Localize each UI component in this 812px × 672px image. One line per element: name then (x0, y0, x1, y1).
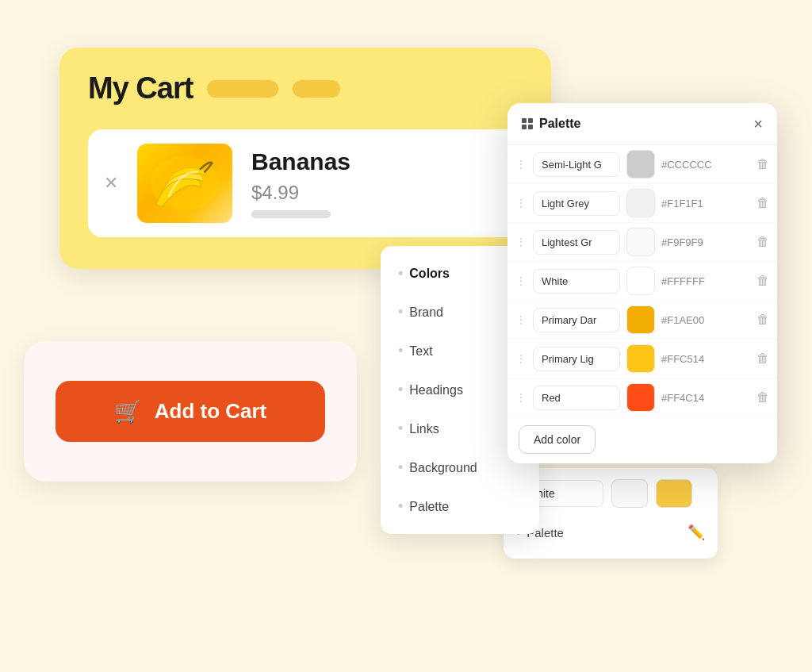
cart-item: ✕ Bananas $4.99 (88, 129, 523, 237)
drag-handle-2[interactable]: ⋮ (515, 236, 527, 248)
cart-item-info: Bananas $4.99 (251, 148, 350, 218)
delete-color-0[interactable]: 🗑 (756, 157, 769, 171)
color-hex-input-4[interactable] (661, 314, 718, 326)
drag-handle-1[interactable]: ⋮ (515, 197, 527, 209)
color-swatch-0[interactable] (626, 150, 655, 179)
cart-item-quantity-bar (251, 210, 331, 218)
color-name-input-4[interactable] (533, 308, 620, 332)
add-to-cart-label: Add to Cart (155, 399, 267, 424)
delete-color-4[interactable]: 🗑 (756, 313, 769, 327)
cart-header: My Cart (88, 71, 523, 106)
grid-icon (522, 118, 533, 129)
cart-pill-2 (293, 80, 340, 98)
color-hex-input-3[interactable] (661, 275, 718, 287)
drag-handle-4[interactable]: ⋮ (515, 313, 527, 326)
color-name-input-2[interactable] (533, 230, 620, 255)
cart-title: My Cart (88, 71, 193, 106)
banana-image (137, 144, 232, 223)
add-to-cart-panel: 🛒 Add to Cart (24, 341, 357, 482)
palette-header: Palette × (508, 103, 777, 145)
palette-row-1: ⋮ 🗑 (508, 184, 777, 223)
color-name-input-0[interactable] (533, 152, 620, 177)
color-name-input-6[interactable] (533, 386, 620, 410)
color-hex-input-6[interactable] (661, 392, 718, 404)
side-nav-brand-label: Brand (409, 305, 443, 320)
side-nav-headings-label: Headings (409, 383, 463, 397)
delete-color-5[interactable]: 🗑 (756, 351, 769, 366)
palette-label-row: Palette ✏️ (516, 517, 705, 547)
cart-panel: My Cart ✕ Bananas $4.99 (59, 48, 551, 269)
color-hex-input-2[interactable] (661, 236, 718, 248)
color-name-input-3[interactable] (533, 269, 620, 294)
palette-header-left: Palette (522, 117, 580, 131)
background-swatch[interactable] (611, 479, 648, 508)
palette-panel: Palette × ⋮ 🗑 ⋮ 🗑 ⋮ 🗑 ⋮ 🗑 ⋮ 🗑 (508, 103, 777, 463)
cart-pill-1 (207, 80, 278, 98)
side-nav-colors-label: Colors (409, 267, 450, 281)
palette-row-3: ⋮ 🗑 (508, 262, 777, 301)
delete-color-1[interactable]: 🗑 (756, 196, 769, 210)
color-hex-input-5[interactable] (661, 353, 718, 365)
cart-item-close[interactable]: ✕ (104, 173, 118, 194)
drag-handle-3[interactable]: ⋮ (515, 275, 527, 287)
delete-color-6[interactable]: 🗑 (756, 390, 769, 405)
side-nav-palette-label: Palette (409, 500, 449, 514)
drag-handle-5[interactable]: ⋮ (515, 352, 527, 365)
cart-item-name: Bananas (251, 148, 350, 175)
palette-close-button[interactable]: × (753, 116, 763, 132)
background-row (516, 479, 705, 508)
palette-row-2: ⋮ 🗑 (508, 223, 777, 262)
color-swatch-3[interactable] (626, 267, 655, 295)
cart-item-price: $4.99 (251, 182, 350, 204)
color-hex-input-1[interactable] (661, 198, 718, 209)
side-nav-palette[interactable]: Palette (381, 487, 539, 526)
drag-handle-6[interactable]: ⋮ (515, 391, 527, 404)
cart-icon: 🛒 (114, 398, 142, 424)
color-swatch-4[interactable] (626, 305, 655, 334)
add-color-button[interactable]: Add color (519, 425, 596, 454)
palette-row-4: ⋮ 🗑 (508, 301, 777, 340)
palette-title: Palette (539, 117, 580, 131)
delete-color-3[interactable]: 🗑 (756, 274, 769, 288)
side-nav-links-label: Links (409, 422, 439, 436)
palette-row-6: ⋮ 🗑 (508, 378, 777, 417)
color-hex-input-0[interactable] (661, 159, 718, 171)
side-nav-text-label: Text (409, 344, 432, 359)
color-swatch-2[interactable] (626, 228, 655, 256)
accent-swatch[interactable] (656, 479, 692, 508)
palette-row-0: ⋮ 🗑 (508, 145, 777, 184)
palette-edit-icon[interactable]: ✏️ (688, 524, 705, 541)
drag-handle-0[interactable]: ⋮ (515, 158, 527, 171)
add-to-cart-button[interactable]: 🛒 Add to Cart (56, 381, 325, 442)
delete-color-2[interactable]: 🗑 (756, 235, 769, 249)
palette-row-5: ⋮ 🗑 (508, 340, 777, 378)
side-nav-background-label: Background (409, 461, 477, 475)
color-swatch-1[interactable] (626, 189, 655, 217)
color-name-input-1[interactable] (533, 191, 620, 216)
color-swatch-5[interactable] (626, 344, 655, 373)
color-name-input-5[interactable] (533, 347, 620, 371)
color-swatch-6[interactable] (626, 383, 655, 412)
